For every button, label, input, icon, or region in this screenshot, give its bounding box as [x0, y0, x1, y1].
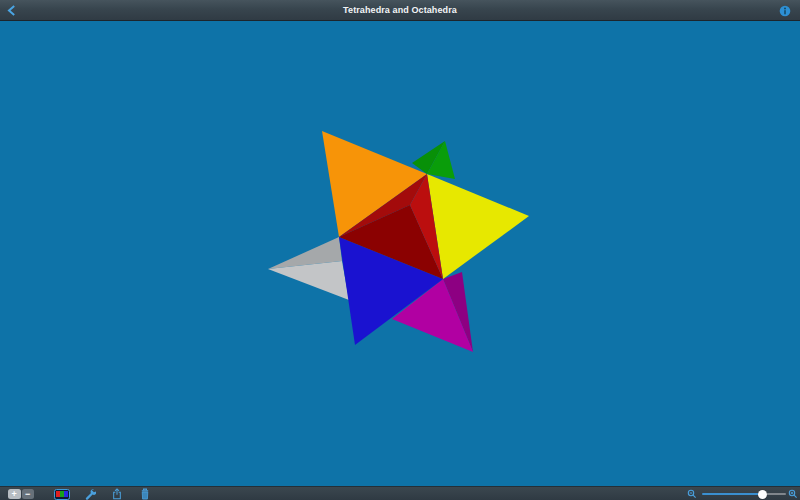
app-window: Tetrahedra and Octahedra + − — [0, 0, 800, 500]
scene-svg — [0, 22, 800, 486]
palette-bar-2 — [64, 491, 67, 498]
toolbar: + − — [0, 486, 800, 500]
zoom-in-icon[interactable] — [788, 489, 798, 499]
palette-bar-1 — [60, 491, 63, 498]
zoom-out-icon[interactable] — [687, 489, 697, 499]
share-icon[interactable] — [111, 488, 123, 500]
colors-button[interactable] — [54, 489, 70, 500]
zoom-controls — [680, 487, 800, 500]
scene-canvas[interactable] — [0, 22, 800, 486]
zoom-slider-thumb[interactable] — [758, 490, 767, 499]
window-title: Tetrahedra and Octahedra — [343, 5, 457, 15]
zoom-slider-track[interactable] — [702, 493, 786, 495]
trash-icon[interactable] — [139, 488, 151, 500]
tools-wrench-icon[interactable] — [84, 488, 96, 500]
palette-bar-0 — [56, 491, 59, 498]
back-chevron-icon[interactable] — [7, 5, 16, 16]
info-icon[interactable] — [779, 5, 791, 17]
navigation-bar: Tetrahedra and Octahedra — [0, 0, 800, 21]
face-yellow[interactable] — [427, 174, 529, 279]
remove-button[interactable]: − — [22, 489, 35, 499]
add-button[interactable]: + — [8, 489, 21, 499]
add-remove-segment: + − — [8, 489, 34, 499]
